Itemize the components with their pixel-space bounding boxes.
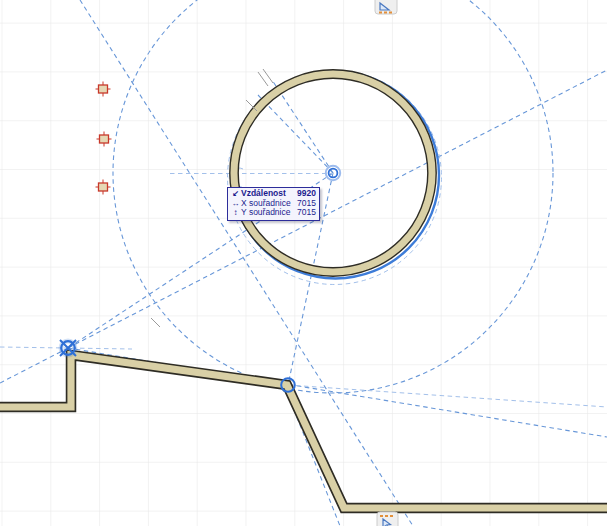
drawing-canvas[interactable]: ↙ Vzdálenost 9920 ↔ X souřadnice 7015 ↕ … <box>0 0 607 526</box>
tooltip-label: Y souřadnice <box>241 208 291 218</box>
tracker-button-bottom[interactable] <box>377 512 398 526</box>
tracker-button-top[interactable] <box>375 0 397 14</box>
tooltip-value: 7015 <box>291 208 316 218</box>
snap-intersection-icon <box>60 340 76 356</box>
tooltip-row-y: ↕ Y souřadnice 7015 <box>230 208 316 218</box>
distance-diagonal-arrow-icon: ↙ <box>230 189 241 199</box>
y-axis-arrow-icon: ↕ <box>230 208 241 218</box>
x-axis-arrow-icon: ↔ <box>230 199 241 209</box>
coordinate-tooltip: ↙ Vzdálenost 9920 ↔ X souřadnice 7015 ↕ … <box>227 187 320 221</box>
